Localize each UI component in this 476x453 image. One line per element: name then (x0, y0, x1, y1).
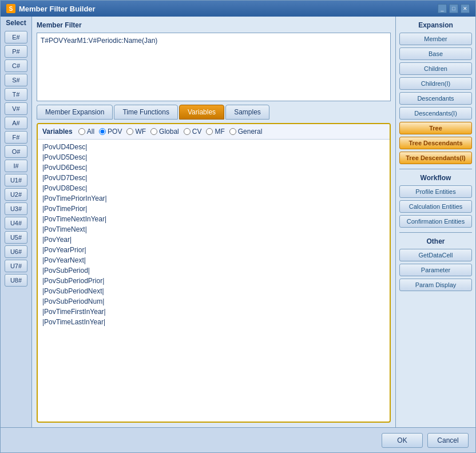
other-divider (399, 232, 472, 233)
select-btn-u2[interactable]: U2# (5, 188, 27, 201)
workflow-divider (399, 169, 472, 169)
expand-tree-descendants-button[interactable]: Tree Descendants (399, 137, 472, 149)
tab-samples[interactable]: Samples (225, 105, 269, 120)
window-controls: _ □ ✕ (438, 4, 470, 13)
list-item[interactable]: |PovTimeFirstInYear| (38, 307, 390, 317)
list-item[interactable]: |PovTimeNextInYear| (38, 214, 390, 224)
other-title: Other (399, 237, 472, 245)
select-btn-u5[interactable]: U5# (5, 231, 27, 244)
select-btn-c[interactable]: C# (5, 59, 27, 72)
other-parameter-button[interactable]: Parameter (399, 264, 472, 276)
radio-group: All POV WF Global CV (78, 128, 263, 136)
workflow-calculation-entities-button[interactable]: Calculation Entities (399, 200, 472, 213)
radio-cv[interactable]: CV (184, 128, 202, 136)
radio-mf-input[interactable] (206, 128, 213, 135)
other-getdatacell-button[interactable]: GetDataCell (399, 249, 472, 261)
list-item[interactable]: |PovYear| (38, 235, 390, 245)
list-item[interactable]: |PovUD6Desc| (38, 162, 390, 173)
variables-header: Variables All POV WF Global (38, 124, 390, 140)
close-button[interactable]: ✕ (461, 4, 470, 13)
select-btn-p[interactable]: P# (5, 45, 27, 58)
workflow-confirmation-entities-button[interactable]: Confirmation Entities (399, 215, 472, 228)
tab-time-functions[interactable]: Time Functions (114, 105, 178, 120)
member-filter-label: Member Filter (37, 21, 391, 29)
other-param-display-button[interactable]: Param Display (399, 279, 472, 291)
workflow-title: Workflow (399, 174, 472, 182)
select-btn-v[interactable]: V# (5, 102, 27, 115)
select-btn-i[interactable]: I# (5, 160, 27, 172)
select-btn-t[interactable]: T# (5, 88, 27, 101)
select-btn-u4[interactable]: U4# (5, 217, 27, 229)
main-window: S Member Filter Builder _ □ ✕ Select E# … (0, 0, 476, 453)
variables-title: Variables (42, 128, 73, 136)
select-btn-f[interactable]: F# (5, 131, 27, 144)
radio-pov[interactable]: POV (99, 128, 122, 136)
select-btn-s[interactable]: S# (5, 74, 27, 86)
workflow-profile-entities-button[interactable]: Profile Entities (399, 185, 472, 198)
radio-cv-input[interactable] (184, 128, 191, 135)
ok-button[interactable]: OK (382, 433, 423, 448)
app-icon: S (6, 4, 15, 13)
select-panel: Select E# P# C# S# T# V# A# F# O# I# U1#… (1, 17, 32, 427)
select-btn-a[interactable]: A# (5, 117, 27, 129)
list-item[interactable]: |PovUD4Desc| (38, 142, 390, 152)
list-item[interactable]: |PovUD8Desc| (38, 183, 390, 193)
select-btn-u6[interactable]: U6# (5, 245, 27, 258)
expand-member-button[interactable]: Member (399, 33, 472, 45)
bottom-bar: OK Cancel (1, 427, 475, 452)
list-item[interactable]: |PovUD5Desc| (38, 152, 390, 162)
list-item[interactable]: |PovTimeLastInYear| (38, 317, 390, 327)
select-btn-u1[interactable]: U1# (5, 174, 27, 186)
expand-descendants-i-button[interactable]: Descendants(I) (399, 107, 472, 120)
radio-all-input[interactable] (78, 128, 85, 135)
select-label: Select (6, 19, 26, 27)
list-item[interactable]: |PovSubPeriod| (38, 265, 390, 276)
list-item[interactable]: |PovTimePriorInYear| (38, 193, 390, 204)
variables-list: |PovUD4Desc| |PovUD5Desc| |PovUD6Desc| |… (38, 140, 390, 422)
restore-button[interactable]: □ (449, 4, 458, 13)
list-item[interactable]: |PovTimePrior| (38, 204, 390, 214)
expansion-title: Expansion (399, 21, 472, 29)
radio-global[interactable]: Global (150, 128, 179, 136)
titlebar-left: S Member Filter Builder (6, 4, 96, 13)
list-item[interactable]: |PovSubPeriodNum| (38, 296, 390, 307)
select-btn-e[interactable]: E# (5, 31, 27, 43)
main-content: Select E# P# C# S# T# V# A# F# O# I# U1#… (1, 17, 475, 427)
radio-wf-input[interactable] (126, 128, 133, 135)
radio-wf[interactable]: WF (126, 128, 146, 136)
expand-descendants-button[interactable]: Descendants (399, 92, 472, 105)
list-item[interactable]: |PovSubPeriodPrior| (38, 276, 390, 286)
select-btn-u3[interactable]: U3# (5, 202, 27, 215)
variables-section: Variables All POV WF Global (37, 123, 391, 423)
list-item[interactable]: |PovSubPeriodNext| (38, 286, 390, 296)
expand-tree-descendants-i-button[interactable]: Tree Descendants(I) (399, 152, 472, 164)
list-item[interactable]: |PovTimeNext| (38, 224, 390, 235)
tab-member-expansion[interactable]: Member Expansion (37, 105, 113, 120)
list-item[interactable]: |PovUD7Desc| (38, 173, 390, 183)
radio-mf[interactable]: MF (206, 128, 224, 136)
expand-base-button[interactable]: Base (399, 47, 472, 60)
radio-general-input[interactable] (229, 128, 236, 135)
list-item[interactable]: |PovYearPrior| (38, 245, 390, 255)
minimize-button[interactable]: _ (438, 4, 447, 13)
expand-children-button[interactable]: Children (399, 62, 472, 75)
radio-all[interactable]: All (78, 128, 94, 136)
expansion-panel: Expansion Member Base Children Children(… (395, 17, 475, 427)
radio-global-input[interactable] (150, 128, 157, 135)
select-btn-o[interactable]: O# (5, 145, 27, 158)
titlebar: S Member Filter Builder _ □ ✕ (1, 1, 475, 17)
select-btn-u7[interactable]: U7# (5, 260, 27, 272)
radio-general[interactable]: General (229, 128, 263, 136)
member-filter-textarea[interactable]: T#POVYearM1:V#Periodic:Name(Jan) (37, 33, 391, 101)
tabs-container: Member Expansion Time Functions Variable… (37, 105, 391, 120)
middle-panel: Member Filter T#POVYearM1:V#Periodic:Nam… (32, 17, 395, 427)
select-btn-u8[interactable]: U8# (5, 274, 27, 287)
expand-tree-button[interactable]: Tree (399, 122, 472, 134)
tab-variables[interactable]: Variables (179, 105, 224, 120)
cancel-button[interactable]: Cancel (427, 433, 469, 448)
window-title: Member Filter Builder (19, 5, 96, 13)
expand-children-i-button[interactable]: Children(I) (399, 77, 472, 90)
list-item[interactable]: |PovYearNext| (38, 255, 390, 265)
radio-pov-input[interactable] (99, 128, 106, 135)
